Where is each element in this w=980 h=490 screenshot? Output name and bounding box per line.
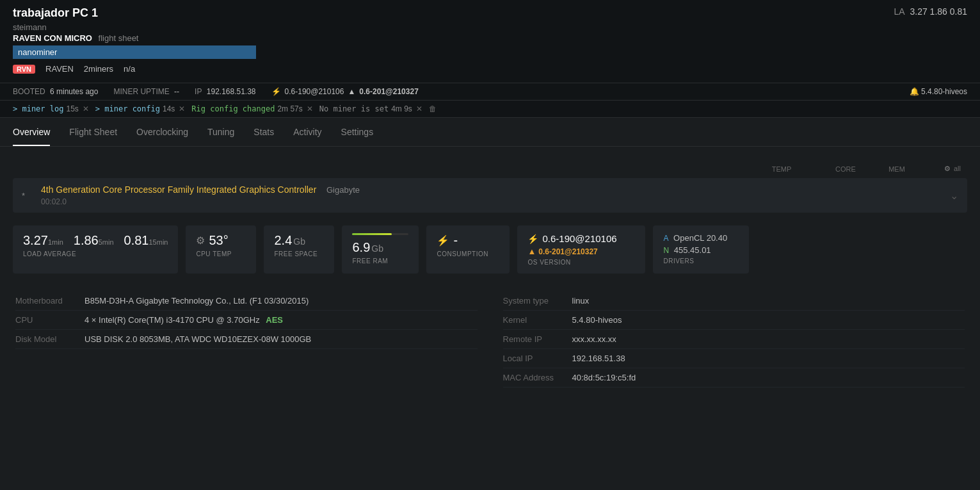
drivers-label: DRIVERS [663,257,739,265]
rvn-badge: RVN [13,65,35,74]
col-temp-header: TEMP [743,165,820,173]
os-version-label: OS VERSION [527,259,635,266]
miner-hr: n/a [124,64,135,74]
load-5: 1.865min [74,233,114,248]
info-motherboard: Motherboard B85M-D3H-A Gigabyte Technolo… [15,291,478,311]
info-system-type: System type linux [503,291,965,311]
systype-key: System type [503,296,567,306]
user-flight-row: steimann RAVEN CON MICRO flight sheet [13,22,256,43]
cpu-key: CPU [15,315,79,325]
log1-cmd: > miner log [13,104,63,113]
booted-label: BOOTED [13,87,45,96]
gpu-info: 4th Generation Core Processor Family Int… [41,184,360,206]
version-icon: ⚡ [271,87,281,96]
miner-uptime-info: MINER UPTIME -- [113,87,179,96]
top-bar: trabajador PC 1 steimann RAVEN CON MICRO… [0,0,980,83]
free-space-label: FREE SPACE [274,250,324,257]
booted-info: BOOTED 6 minutes ago [13,87,98,96]
os-icon: ⚡ [527,234,538,244]
load-label: LOAD AVERAGE [23,250,168,257]
stat-consumption: ⚡ - CONSUMPTION [426,225,510,274]
stat-os-version: ⚡ 0.6-190@210106 ▲ 0.6-201@210327 OS VER… [517,225,645,274]
log3-close[interactable]: ✕ [307,104,313,113]
info-local-ip: Local IP 192.168.51.38 [503,349,965,368]
la-display: LA 3.27 1.86 0.81 [894,6,967,17]
lightning-icon: ⚡ [437,234,449,247]
stat-free-ram: 6.9 Gb FREE RAM [342,225,419,274]
log-item-4: No miner is set 4m 9s ✕ [319,104,422,113]
ip-value: 192.168.51.38 [207,87,256,96]
driver-a-letter: A [663,234,668,243]
load-values: 3.271min 1.865min 0.8115min [23,233,168,248]
nanominer-bar: nanominer [13,45,256,59]
gpu-row: * 4th Generation Core Processor Family I… [13,178,967,213]
stat-drivers: A OpenCL 20.40 N 455.45.01 DRIVERS [653,225,749,274]
os-version-value: 0.6-190@210106 [542,233,616,244]
log-item-2: > miner config 14s ✕ [95,104,186,113]
miner-uptime-value: -- [174,87,179,96]
tab-tuning[interactable]: Tuning [207,118,234,146]
os-up-arrow-icon: ▲ [527,247,536,256]
miner-algo: RAVEN [45,64,74,74]
cpu-temp-label: CPU TEMP [196,250,246,257]
machine-info: trabajador PC 1 steimann RAVEN CON MICRO… [13,6,256,76]
col-fan-label: all [954,165,961,172]
gpu-id: 00:02.0 [41,197,360,206]
local-ip-val: 192.168.51.38 [572,354,625,363]
tabs: Overview Flight Sheet Overclocking Tunin… [0,118,980,147]
ip-info: IP 192.168.51.38 [195,87,255,96]
miner-uptime-label: MINER UPTIME [113,87,169,96]
local-ip-key: Local IP [503,354,567,363]
log4-time: 4m 9s [391,104,412,113]
machine-title: trabajador PC 1 [13,6,256,20]
log2-cmd: > miner config [95,104,160,113]
col-fan-header: ⚙ all [922,165,961,173]
tab-overclocking[interactable]: Overclocking [136,118,188,146]
stat-load-average: 3.271min 1.865min 0.8115min LOAD AVERAGE [13,225,178,274]
up-arrow-icon: ▲ [348,87,355,96]
log-item-1: > miner log 15s ✕ [13,104,89,113]
info-bar: BOOTED 6 minutes ago MINER UPTIME -- IP … [0,83,980,101]
info-kernel: Kernel 5.4.80-hiveos [503,311,965,330]
ip-label: IP [195,87,202,96]
log2-close[interactable]: ✕ [179,104,185,113]
info-remote-ip: Remote IP xxx.xx.xx.xx [503,330,965,349]
tab-settings[interactable]: Settings [341,118,374,146]
gpu-name: 4th Generation Core Processor Family Int… [41,184,316,195]
trash-icon[interactable]: 🗑 [429,104,437,113]
driver-n-value: 455.45.01 [674,245,711,255]
consumption-label: CONSUMPTION [437,250,499,257]
tab-activity[interactable]: Activity [293,118,321,146]
log1-time: 15s [66,104,78,113]
log3-text: Rig config changed [191,104,275,113]
info-mac: MAC Address 40:8d:5c:19:c5:fd [503,368,965,388]
info-disk: Disk Model USB DISK 2.0 8053MB, ATA WDC … [15,330,478,349]
cpu-val: 4 × Intel(R) Core(TM) i3-4170 CPU @ 3.70… [84,315,283,325]
col-core-header: CORE [820,165,871,173]
remote-ip-val: xxx.xx.xx.xx [572,334,616,344]
tab-overview[interactable]: Overview [13,118,50,146]
ram-bar-fill [352,233,392,235]
aes-badge: AES [266,315,283,325]
os-version-new: 0.6-201@210327 [538,247,597,256]
log-bar: > miner log 15s ✕ > miner config 14s ✕ R… [0,101,980,118]
systype-val: linux [572,296,590,306]
log4-text: No miner is set [319,104,389,113]
tab-stats[interactable]: Stats [253,118,274,146]
driver-n-letter: N [663,246,669,255]
tab-flight-sheet[interactable]: Flight Sheet [69,118,117,146]
la-values: 3.27 1.86 0.81 [910,6,967,17]
kernel-val: 5.4.80-hiveos [572,315,622,325]
info-cpu: CPU 4 × Intel(R) Core(TM) i3-4170 CPU @ … [15,311,478,330]
log1-close[interactable]: ✕ [83,104,89,113]
bell-icon: 🔔 [910,87,919,96]
free-ram-label: FREE RAM [352,257,408,265]
expand-button[interactable]: ⌄ [950,190,958,202]
ram-bar-bg [352,233,408,235]
log4-close[interactable]: ✕ [416,104,422,113]
miner-row: RVN RAVEN 2miners n/a [13,61,256,76]
system-info-grid: Motherboard B85M-D3H-A Gigabyte Technolo… [13,291,967,388]
free-space-value: 2.4 [274,233,292,248]
gpu-star: * [22,191,41,200]
hiveos-version: 🔔 5.4.80-hiveos [910,87,967,96]
